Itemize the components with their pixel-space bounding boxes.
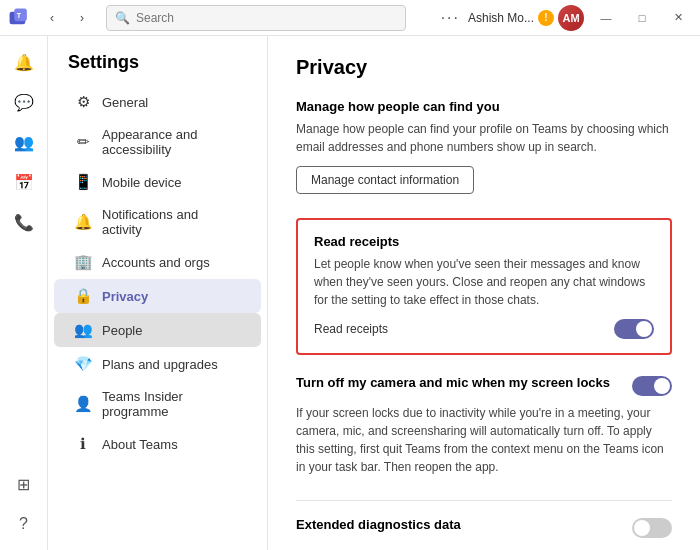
accounts-label: Accounts and orgs bbox=[102, 255, 210, 270]
teams-logo: T bbox=[8, 7, 30, 29]
notifications-icon: 🔔 bbox=[74, 213, 92, 231]
rail-apps-icon[interactable]: ⊞ bbox=[6, 466, 42, 502]
accounts-icon: 🏢 bbox=[74, 253, 92, 271]
maximize-button[interactable]: □ bbox=[628, 7, 656, 29]
sidebar-item-mobile[interactable]: 📱 Mobile device bbox=[54, 165, 261, 199]
general-icon: ⚙ bbox=[74, 93, 92, 111]
section-diagnostics: Extended diagnostics data Enable the app… bbox=[296, 517, 672, 550]
insider-label: Teams Insider programme bbox=[102, 389, 241, 419]
user-name-label: Ashish Mo... bbox=[468, 11, 534, 25]
sidebar-item-insider[interactable]: 👤 Teams Insider programme bbox=[54, 381, 261, 427]
more-options-button[interactable]: ··· bbox=[441, 9, 460, 27]
search-bar[interactable]: 🔍 bbox=[106, 5, 406, 31]
manage-find-desc: Manage how people can find your profile … bbox=[296, 120, 672, 156]
rail-teams-icon[interactable]: 👥 bbox=[6, 124, 42, 160]
about-label: About Teams bbox=[102, 437, 178, 452]
camera-mic-toggle-thumb bbox=[654, 378, 670, 394]
title-bar-right: ··· Ashish Mo... ! AM — □ ✕ bbox=[441, 5, 692, 31]
general-label: General bbox=[102, 95, 148, 110]
sidebar-item-notifications[interactable]: 🔔 Notifications and activity bbox=[54, 199, 261, 245]
rail-calls-icon[interactable]: 📞 bbox=[6, 204, 42, 240]
sidebar-item-accounts[interactable]: 🏢 Accounts and orgs bbox=[54, 245, 261, 279]
alert-icon: ! bbox=[538, 10, 554, 26]
content-title: Privacy bbox=[296, 56, 672, 79]
icon-rail: 🔔 💬 👥 📅 📞 ⊞ ? bbox=[0, 36, 48, 550]
manage-find-heading: Manage how people can find you bbox=[296, 99, 672, 114]
sidebar: Settings ⚙ General ✏ Appearance and acce… bbox=[48, 36, 268, 550]
about-icon: ℹ bbox=[74, 435, 92, 453]
appearance-icon: ✏ bbox=[74, 133, 92, 151]
title-bar: T ‹ › 🔍 ··· Ashish Mo... ! AM — □ ✕ bbox=[0, 0, 700, 36]
rail-help-icon[interactable]: ? bbox=[6, 506, 42, 542]
privacy-icon: 🔒 bbox=[74, 287, 92, 305]
camera-mic-heading: Turn off my camera and mic when my scree… bbox=[296, 375, 610, 390]
back-button[interactable]: ‹ bbox=[40, 6, 64, 30]
mobile-label: Mobile device bbox=[102, 175, 182, 190]
main-layout: 🔔 💬 👥 📅 📞 ⊞ ? Settings ⚙ General ✏ Appea… bbox=[0, 36, 700, 550]
people-icon: 👥 bbox=[74, 321, 92, 339]
read-receipts-desc: Let people know when you've seen their m… bbox=[314, 255, 654, 309]
plans-icon: 💎 bbox=[74, 355, 92, 373]
rail-calendar-icon[interactable]: 📅 bbox=[6, 164, 42, 200]
avatar[interactable]: AM bbox=[558, 5, 584, 31]
forward-button[interactable]: › bbox=[70, 6, 94, 30]
rail-chat-icon[interactable]: 💬 bbox=[6, 84, 42, 120]
sidebar-item-people[interactable]: 👥 People bbox=[54, 313, 261, 347]
privacy-label: Privacy bbox=[102, 289, 148, 304]
notifications-label: Notifications and activity bbox=[102, 207, 241, 237]
appearance-label: Appearance and accessibility bbox=[102, 127, 241, 157]
diagnostics-heading: Extended diagnostics data bbox=[296, 517, 461, 532]
camera-mic-toggle-row: Turn off my camera and mic when my scree… bbox=[296, 375, 672, 396]
read-receipts-toggle-label: Read receipts bbox=[314, 322, 388, 336]
people-label: People bbox=[102, 323, 142, 338]
mobile-icon: 📱 bbox=[74, 173, 92, 191]
manage-contact-button[interactable]: Manage contact information bbox=[296, 166, 474, 194]
sidebar-item-appearance[interactable]: ✏ Appearance and accessibility bbox=[54, 119, 261, 165]
diagnostics-toggle-row: Extended diagnostics data bbox=[296, 517, 672, 538]
section-manage-find: Manage how people can find you Manage ho… bbox=[296, 99, 672, 194]
title-bar-left: T ‹ › bbox=[8, 6, 94, 30]
search-icon: 🔍 bbox=[115, 11, 130, 25]
close-button[interactable]: ✕ bbox=[664, 7, 692, 29]
sidebar-item-privacy[interactable]: 🔒 Privacy bbox=[54, 279, 261, 313]
user-area: Ashish Mo... ! AM bbox=[468, 5, 584, 31]
svg-text:T: T bbox=[17, 12, 22, 19]
plans-label: Plans and upgrades bbox=[102, 357, 218, 372]
settings-title: Settings bbox=[48, 52, 267, 85]
camera-mic-desc: If your screen locks due to inactivity w… bbox=[296, 404, 672, 476]
search-input[interactable] bbox=[136, 11, 397, 25]
content-area: Privacy Manage how people can find you M… bbox=[268, 36, 700, 550]
divider-1 bbox=[296, 500, 672, 501]
minimize-button[interactable]: — bbox=[592, 7, 620, 29]
read-receipts-toggle[interactable] bbox=[614, 319, 654, 339]
rail-activity-icon[interactable]: 🔔 bbox=[6, 44, 42, 80]
sidebar-item-about[interactable]: ℹ About Teams bbox=[54, 427, 261, 461]
read-receipts-toggle-thumb bbox=[636, 321, 652, 337]
insider-icon: 👤 bbox=[74, 395, 92, 413]
read-receipts-toggle-row: Read receipts bbox=[314, 319, 654, 339]
camera-mic-toggle[interactable] bbox=[632, 376, 672, 396]
diagnostics-desc: Enable the application to store a larger… bbox=[296, 546, 672, 550]
read-receipts-box: Read receipts Let people know when you'v… bbox=[296, 218, 672, 355]
diagnostics-toggle[interactable] bbox=[632, 518, 672, 538]
diagnostics-toggle-thumb bbox=[634, 520, 650, 536]
section-camera-mic: Turn off my camera and mic when my scree… bbox=[296, 375, 672, 476]
read-receipts-heading: Read receipts bbox=[314, 234, 654, 249]
sidebar-item-plans[interactable]: 💎 Plans and upgrades bbox=[54, 347, 261, 381]
sidebar-item-general[interactable]: ⚙ General bbox=[54, 85, 261, 119]
